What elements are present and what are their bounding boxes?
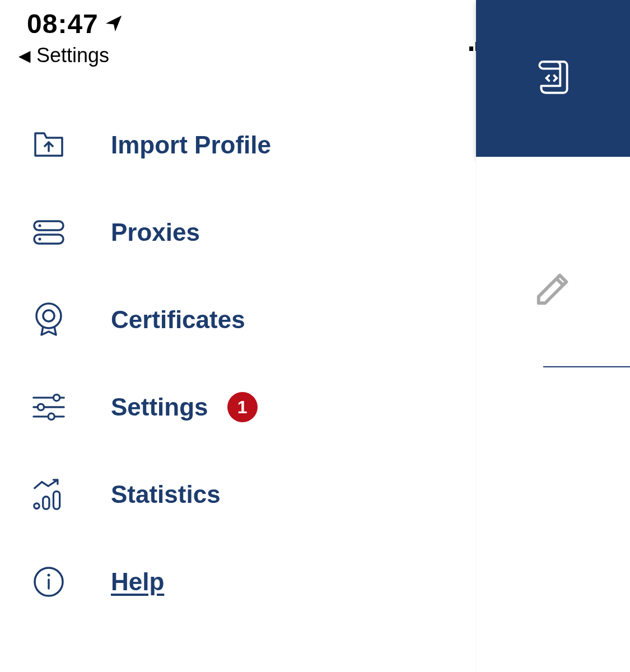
svg-rect-20	[43, 497, 49, 509]
svg-point-8	[39, 225, 41, 227]
menu-label: Certificates	[111, 306, 245, 334]
menu-label: Statistics	[111, 480, 221, 508]
script-code-icon	[533, 57, 574, 100]
menu-item-statistics[interactable]: Statistics	[32, 478, 424, 511]
back-nav[interactable]: ◀ Settings	[18, 44, 109, 67]
svg-rect-21	[53, 491, 59, 509]
proxies-icon	[32, 216, 65, 249]
divider	[543, 366, 630, 367]
svg-point-23	[48, 574, 50, 577]
menu-label: Proxies	[111, 218, 200, 246]
info-icon	[32, 566, 65, 598]
certificate-icon	[32, 304, 65, 336]
statistics-icon	[32, 478, 65, 511]
menu-label: Settings	[111, 393, 208, 421]
svg-point-11	[36, 304, 61, 328]
svg-point-16	[38, 404, 44, 410]
side-panel-body	[476, 157, 630, 672]
back-label: Settings	[36, 44, 109, 67]
svg-rect-0	[469, 46, 473, 51]
back-arrow-icon: ◀	[18, 46, 31, 65]
svg-point-14	[53, 395, 59, 401]
time-text: 08:47	[27, 8, 99, 39]
side-panel	[476, 0, 630, 672]
menu-label: Import Profile	[111, 131, 271, 159]
svg-point-10	[39, 238, 41, 241]
svg-point-18	[48, 413, 54, 419]
menu-item-certificates[interactable]: Certificates	[32, 304, 424, 336]
edit-button[interactable]	[534, 269, 573, 310]
menu-label: Help	[111, 568, 164, 596]
svg-point-19	[34, 503, 39, 508]
status-time: 08:47	[27, 8, 123, 39]
menu-item-proxies[interactable]: Proxies	[32, 216, 424, 249]
svg-point-12	[43, 310, 54, 321]
menu-item-import-profile[interactable]: Import Profile	[32, 129, 424, 161]
import-folder-icon	[32, 129, 65, 161]
side-panel-header[interactable]	[476, 0, 630, 157]
settings-sliders-icon	[32, 391, 65, 423]
notification-badge: 1	[227, 392, 258, 422]
pencil-icon	[534, 300, 573, 310]
location-arrow-icon	[104, 8, 123, 39]
menu-item-help[interactable]: Help	[32, 566, 424, 598]
menu-item-settings[interactable]: Settings 1	[32, 391, 424, 423]
main-menu: Import Profile Proxies Certificates	[32, 129, 424, 653]
